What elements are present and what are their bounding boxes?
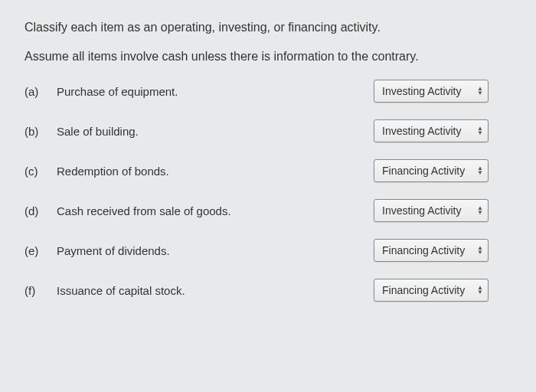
question-letter: (c): [25, 165, 49, 178]
question-row-c: (c) Redemption of bonds. Financing Activ…: [25, 159, 511, 182]
select-value: Financing Activity: [382, 165, 465, 177]
sort-arrows-icon: ▲▼: [477, 286, 483, 295]
select-value: Financing Activity: [382, 284, 465, 296]
question-row-f: (f) Issuance of capital stock. Financing…: [25, 279, 511, 302]
activity-select-e[interactable]: Financing Activity ▲▼: [374, 239, 489, 262]
question-text: Payment of dividends.: [49, 244, 374, 257]
question-text: Sale of building.: [49, 125, 374, 138]
question-row-e: (e) Payment of dividends. Financing Acti…: [25, 239, 511, 262]
instructions-block: Classify each item as an operating, inve…: [25, 18, 511, 66]
instruction-line-2: Assume all items involve cash unless the…: [25, 47, 511, 66]
question-letter: (e): [25, 244, 49, 257]
sort-arrows-icon: ▲▼: [477, 166, 483, 175]
question-letter: (a): [25, 85, 49, 98]
question-text: Cash received from sale of goods.: [49, 204, 374, 217]
question-letter: (b): [25, 125, 49, 138]
question-text: Purchase of equipment.: [49, 85, 374, 98]
question-row-b: (b) Sale of building. Investing Activity…: [25, 119, 511, 142]
question-text: Redemption of bonds.: [49, 165, 374, 178]
question-letter: (d): [25, 204, 49, 217]
question-row-a: (a) Purchase of equipment. Investing Act…: [25, 80, 511, 103]
sort-arrows-icon: ▲▼: [477, 246, 483, 255]
sort-arrows-icon: ▲▼: [477, 87, 483, 96]
instruction-line-1: Classify each item as an operating, inve…: [25, 18, 511, 37]
select-value: Investing Activity: [382, 85, 462, 97]
sort-arrows-icon: ▲▼: [477, 126, 483, 136]
sort-arrows-icon: ▲▼: [477, 206, 483, 215]
question-text: Issuance of capital stock.: [49, 284, 374, 297]
activity-select-c[interactable]: Financing Activity ▲▼: [374, 159, 489, 182]
activity-select-f[interactable]: Financing Activity ▲▼: [374, 279, 489, 302]
activity-select-d[interactable]: Investing Activity ▲▼: [374, 199, 489, 222]
select-value: Financing Activity: [382, 244, 465, 256]
activity-select-a[interactable]: Investing Activity ▲▼: [374, 80, 489, 103]
select-value: Investing Activity: [382, 204, 462, 217]
question-letter: (f): [25, 284, 49, 297]
select-value: Investing Activity: [382, 125, 462, 137]
question-row-d: (d) Cash received from sale of goods. In…: [25, 199, 511, 222]
activity-select-b[interactable]: Investing Activity ▲▼: [374, 119, 489, 142]
